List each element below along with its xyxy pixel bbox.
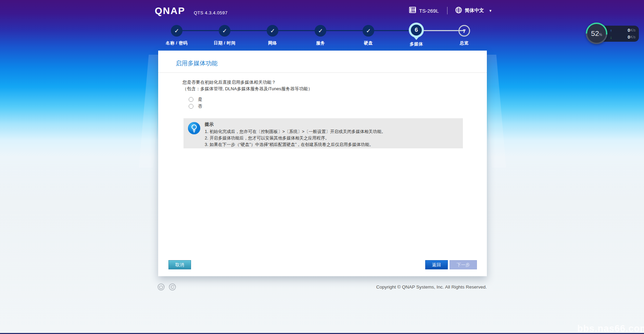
active-step-pointer: [413, 36, 419, 40]
upcoming-step-number: 7: [458, 25, 470, 37]
step-label: 硬盘: [344, 40, 392, 46]
radio-yes[interactable]: [189, 97, 193, 102]
radio-no-label: 否: [198, 103, 202, 109]
step-disk: ✓ 硬盘: [344, 23, 392, 46]
qts-version: QTS 4.3.4.0597: [194, 10, 228, 15]
radio-row-no: 否: [189, 103, 202, 110]
tip-box: 提示 1. 初始化完成后，您亦可在〔控制面板〕>〔系统〕>〔一般设置〕开启或关闭…: [184, 118, 463, 148]
check-icon: ✓: [363, 25, 374, 37]
check-icon: ✓: [315, 25, 326, 37]
lightbulb-icon: [188, 122, 201, 136]
download-arrow-icon: ↓: [610, 35, 612, 39]
gauge-percent-symbol: %: [599, 33, 602, 37]
footer-actions: [157, 283, 176, 292]
step-label: 网络: [249, 40, 296, 46]
step-summary: 7 总览: [440, 23, 488, 46]
step-network: ✓ 网络: [249, 23, 296, 46]
radio-row-yes: 是: [189, 96, 202, 103]
question-line1: 您是否要在初始化后直接启用多媒体相关功能？: [182, 79, 312, 85]
site-watermark: bbs.nas66.com: [577, 323, 644, 334]
tip-item: 1. 初始化完成后，您亦可在〔控制面板〕>〔系统〕>〔一般设置〕开启或关闭多媒体…: [205, 129, 386, 135]
tip-item: 3. 如果在下一步（“硬盘”）中选择“稍后配置硬盘”，在创建系统卷之后仅启用多媒…: [205, 142, 386, 148]
download-speed-row: ↓ 0 K/s: [610, 35, 635, 40]
power-icon[interactable]: [157, 283, 165, 292]
question-text: 您是否要在初始化后直接启用多媒体相关功能？ （包含：多媒体管理, DLNA多媒体…: [182, 79, 312, 92]
check-icon: ✓: [219, 25, 230, 37]
title-divider: [158, 72, 487, 73]
device-model: TS-269L: [419, 8, 439, 14]
radio-no[interactable]: [189, 104, 193, 109]
active-step-number: 6: [411, 25, 422, 36]
check-icon: ✓: [171, 25, 182, 37]
nas-device-icon: [409, 6, 416, 15]
wizard-card: 启用多媒体功能 您是否要在初始化后直接启用多媒体相关功能？ （包含：多媒体管理,…: [158, 51, 487, 276]
download-speed-value: 0: [628, 35, 630, 40]
tip-item: 2. 开启多媒体功能后，您才可以安装其他多媒体相关之应用程序。: [205, 135, 386, 142]
step-label: 总览: [440, 40, 488, 46]
download-speed-unit: K/s: [631, 35, 635, 39]
step-multimedia-active: 6 多媒体: [392, 23, 440, 47]
gauge-percent: 52: [591, 29, 599, 38]
step-name-password: ✓ 名称 / 密码: [153, 23, 201, 46]
tip-title: 提示: [205, 121, 386, 128]
step-label: 多媒体: [392, 41, 440, 47]
copyright-text: Copyright © QNAP Systems, Inc. All Right…: [376, 284, 487, 290]
step-label: 名称 / 密码: [153, 40, 201, 46]
language-selector[interactable]: 简体中文: [465, 8, 484, 14]
restart-icon[interactable]: [169, 283, 176, 292]
qnap-logo: QNAP: [155, 5, 185, 16]
back-button[interactable]: 返回: [425, 260, 448, 269]
next-button[interactable]: 下一步: [450, 260, 477, 269]
upload-arrow-icon: ↑: [610, 28, 612, 32]
check-icon: ✓: [267, 25, 278, 37]
chevron-down-icon[interactable]: ▼: [489, 9, 492, 13]
step-label: 服务: [296, 40, 344, 46]
page-title: 启用多媒体功能: [176, 59, 218, 67]
header-divider: [447, 7, 447, 14]
radio-yes-label: 是: [198, 96, 202, 103]
radio-group: 是 否: [189, 96, 202, 110]
globe-icon: [455, 6, 462, 15]
step-label: 日期 / 时间: [201, 40, 249, 46]
upload-speed-value: 0: [628, 28, 630, 33]
progress-gauge[interactable]: 52 %: [586, 23, 607, 44]
question-line2: （包含：多媒体管理, DLNA多媒体服务器及iTunes服务器等功能）: [182, 85, 312, 92]
cancel-button[interactable]: 取消: [168, 260, 191, 269]
step-date-time: ✓ 日期 / 时间: [201, 23, 249, 46]
step-services: ✓ 服务: [296, 23, 344, 46]
upload-speed-row: ↑ 0 K/s: [610, 28, 635, 33]
upload-speed-unit: K/s: [631, 28, 635, 32]
header-right-cluster: TS-269L 简体中文 ▼: [409, 6, 492, 15]
